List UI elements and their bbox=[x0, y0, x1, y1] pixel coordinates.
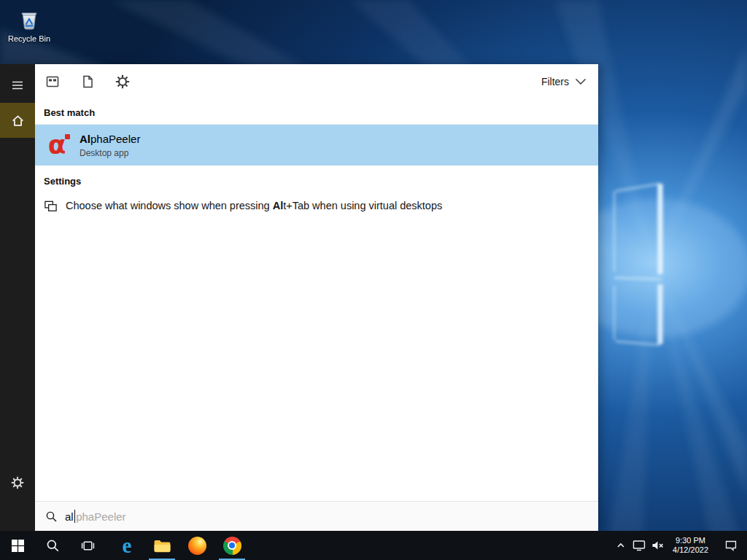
search-query-text: alphaPeeler bbox=[65, 510, 126, 523]
action-center-icon bbox=[724, 539, 738, 552]
action-center-button[interactable] bbox=[715, 539, 747, 552]
hidden-icons-button[interactable] bbox=[611, 531, 630, 560]
settings-result[interactable]: Choose what windows show when pressing A… bbox=[35, 192, 598, 219]
ethernet-display-icon bbox=[632, 539, 646, 552]
gear-icon bbox=[115, 74, 130, 89]
gear-icon bbox=[11, 476, 24, 489]
apps-icon bbox=[45, 74, 60, 89]
document-icon bbox=[80, 74, 95, 89]
search-sidebar bbox=[0, 64, 35, 531]
edge-icon: e bbox=[123, 535, 132, 556]
settings-result-text: Choose what windows show when pressing A… bbox=[66, 200, 442, 211]
menu-button[interactable] bbox=[0, 68, 35, 103]
volume-muted-icon bbox=[651, 539, 664, 552]
filters-dropdown[interactable]: Filters bbox=[541, 76, 598, 88]
text-caret bbox=[74, 510, 76, 523]
volume-button[interactable] bbox=[648, 531, 666, 560]
chrome-button[interactable] bbox=[214, 531, 249, 560]
result-subtitle: Desktop app bbox=[80, 148, 140, 158]
best-match-header: Best match bbox=[35, 99, 598, 125]
home-icon bbox=[11, 114, 25, 128]
home-tab-button[interactable] bbox=[0, 103, 35, 138]
alt-tab-windows-icon bbox=[44, 199, 58, 213]
chrome-icon bbox=[223, 537, 241, 555]
search-flyout: Filters Best match α AlphaPeeler Desktop… bbox=[0, 64, 598, 531]
windows-desktop: Recycle Bin bbox=[0, 0, 747, 560]
inline-suggestion: phaPeeler bbox=[76, 510, 125, 523]
recycle-bin-label: Recycle Bin bbox=[8, 34, 50, 43]
file-explorer-button[interactable] bbox=[144, 531, 179, 560]
filter-apps-button[interactable] bbox=[35, 64, 70, 99]
recycle-bin-icon bbox=[16, 6, 42, 32]
settings-section-header: Settings bbox=[35, 166, 598, 192]
system-tray: 9:30 PM 4/12/2022 bbox=[611, 531, 747, 560]
filter-settings-button[interactable] bbox=[105, 64, 140, 99]
file-explorer-icon bbox=[153, 538, 171, 553]
windows-logo-icon bbox=[12, 540, 24, 552]
taskbar: e bbox=[0, 531, 747, 560]
clock-time: 9:30 PM bbox=[673, 536, 708, 545]
result-title: AlphaPeeler bbox=[80, 133, 140, 145]
taskbar-clock[interactable]: 9:30 PM 4/12/2022 bbox=[666, 536, 715, 555]
task-view-button[interactable] bbox=[70, 531, 105, 560]
search-filter-bar: Filters bbox=[35, 64, 598, 99]
results-empty-area bbox=[35, 219, 598, 501]
filters-label: Filters bbox=[541, 76, 569, 88]
typed-text: al bbox=[65, 510, 74, 523]
recycle-bin-shortcut[interactable]: Recycle Bin bbox=[7, 6, 51, 43]
hamburger-icon bbox=[11, 79, 24, 92]
filter-documents-button[interactable] bbox=[70, 64, 105, 99]
chevron-down-icon bbox=[575, 78, 587, 85]
search-settings-button[interactable] bbox=[0, 465, 35, 500]
start-button[interactable] bbox=[0, 531, 35, 560]
best-match-result[interactable]: α AlphaPeeler Desktop app bbox=[35, 125, 598, 166]
edge-button[interactable]: e bbox=[109, 531, 144, 560]
firefox-icon bbox=[188, 537, 206, 555]
clock-date: 4/12/2022 bbox=[673, 545, 708, 555]
search-results-pane: Filters Best match α AlphaPeeler Desktop… bbox=[35, 64, 598, 531]
search-icon bbox=[46, 539, 60, 553]
alphapeeler-logo-icon: α bbox=[44, 132, 70, 158]
taskbar-search-button[interactable] bbox=[35, 531, 70, 560]
task-view-icon bbox=[81, 539, 95, 553]
network-button[interactable] bbox=[630, 531, 648, 560]
search-icon bbox=[45, 510, 58, 523]
search-input[interactable]: alphaPeeler bbox=[35, 501, 598, 531]
firefox-button[interactable] bbox=[179, 531, 214, 560]
chevron-up-icon bbox=[616, 540, 626, 551]
